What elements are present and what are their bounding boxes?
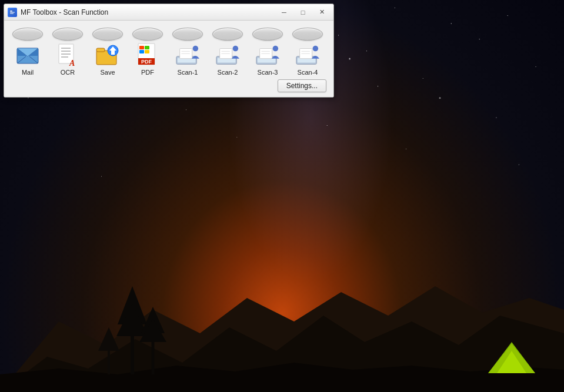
scan3-icon-wrapper [255,43,280,68]
toolbar-oval-scan1 [172,28,203,41]
toolbar-oval-save [92,28,123,41]
pdf-icon-wrapper: PDF [135,43,160,68]
scan3-label: Scan-3 [258,69,278,76]
mail-label: Mail [22,69,34,76]
toolbar-item-mail[interactable]: Mail [8,25,48,77]
scan1-icon [175,43,200,67]
toolbar-item-ocr[interactable]: A OCR [48,25,88,77]
minimize-button[interactable]: ─ [276,6,292,18]
app-icon [8,8,17,17]
svg-text:PDF: PDF [141,59,152,65]
app-window: MF Toolbox - Scan Function ─ □ ✕ [4,4,334,98]
toolbar-oval-scan4 [292,28,323,41]
toolbar: Mail A OCR [8,25,330,77]
window-title: MF Toolbox - Scan Function [21,8,108,16]
svg-rect-16 [10,12,15,12]
scan2-label: Scan-2 [218,69,238,76]
toolbar-item-scan3[interactable]: Scan-3 [248,25,288,77]
toolbar-oval-ocr [52,28,83,41]
window-title-area: MF Toolbox - Scan Function [8,8,108,17]
scan1-label: Scan-1 [178,69,198,76]
ocr-icon: A [58,43,78,67]
settings-button[interactable]: Settings... [278,79,326,92]
maximize-button[interactable]: □ [295,6,311,18]
save-label: Save [100,69,115,76]
mail-icon-wrapper [15,43,40,68]
svg-rect-37 [145,50,149,53]
svg-point-63 [313,46,319,52]
scan1-icon-wrapper [175,43,200,68]
svg-text:A: A [69,59,75,67]
close-button[interactable]: ✕ [313,6,330,18]
save-icon-wrapper [95,43,120,68]
toolbar-oval-scan2 [212,28,243,41]
toolbar-item-pdf[interactable]: PDF PDF [128,25,168,77]
svg-point-51 [233,46,239,52]
scan2-icon-wrapper [215,43,240,68]
svg-rect-30 [96,48,105,52]
toolbar-item-scan1[interactable]: Scan-1 [168,25,208,77]
settings-row: Settings... [8,77,330,95]
mail-icon [16,46,39,65]
scan4-label: Scan-4 [298,69,318,76]
window-body: Mail A OCR [4,21,333,97]
toolbar-oval-pdf [132,28,163,41]
toolbar-item-scan2[interactable]: Scan-2 [208,25,248,77]
window-controls: ─ □ ✕ [276,6,330,18]
svg-rect-36 [139,50,144,53]
scan2-icon [215,43,240,67]
toolbar-item-save[interactable]: Save [88,25,128,77]
ocr-label: OCR [61,69,75,76]
pdf-icon: PDF [137,43,158,68]
scan3-icon [255,43,280,67]
svg-point-57 [273,46,279,52]
ocr-icon-wrapper: A [55,43,80,68]
svg-rect-34 [139,46,144,49]
svg-rect-35 [145,46,149,49]
svg-rect-15 [10,11,12,12]
save-icon [95,45,120,66]
svg-rect-17 [10,13,14,14]
toolbar-oval-scan3 [252,28,283,41]
svg-point-45 [193,46,199,52]
scan4-icon-wrapper [295,43,320,68]
scan4-icon [295,43,320,67]
window-titlebar: MF Toolbox - Scan Function ─ □ ✕ [4,4,333,21]
mountain-silhouette [0,216,564,392]
toolbar-item-scan4[interactable]: Scan-4 [288,25,328,77]
pdf-label: PDF [141,69,154,76]
toolbar-oval-mail [12,28,43,41]
